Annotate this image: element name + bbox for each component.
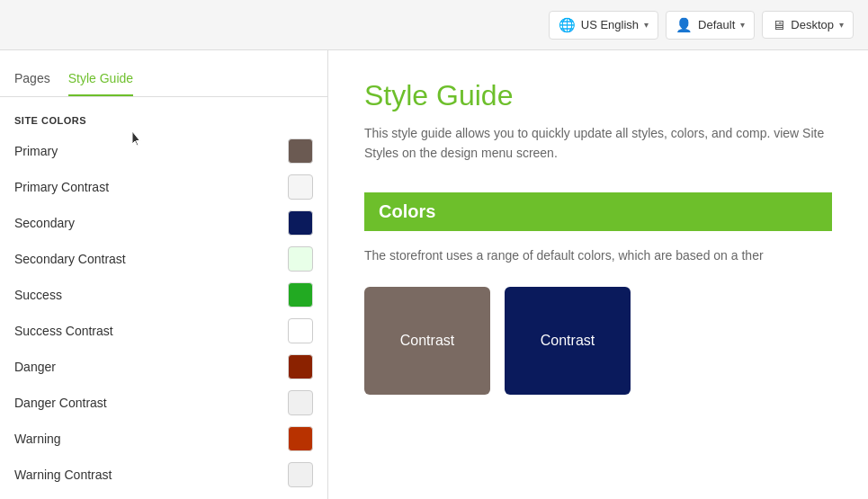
sidebar-content: SITE COLORS PrimaryPrimary ContrastSecon… xyxy=(0,97,327,499)
color-label: Danger Contrast xyxy=(14,396,107,410)
tab-pages[interactable]: Pages xyxy=(14,71,50,96)
color-row[interactable]: Primary Contrast xyxy=(0,169,327,205)
color-rows: PrimaryPrimary ContrastSecondarySecondar… xyxy=(0,133,327,493)
color-label: Primary Contrast xyxy=(14,180,109,194)
device-label: Desktop xyxy=(791,18,834,31)
sidebar-tabs: Pages Style Guide xyxy=(0,50,327,97)
sidebar: Pages Style Guide SITE COLORS PrimaryPri… xyxy=(0,50,328,499)
color-swatch[interactable] xyxy=(288,138,313,164)
colors-section-desc: The storefront uses a range of default c… xyxy=(364,245,832,265)
language-selector[interactable]: 🌐 US English ▾ xyxy=(549,11,658,40)
language-chevron: ▾ xyxy=(644,20,649,30)
color-swatch[interactable] xyxy=(288,318,313,343)
content-inner: Style Guide This style guide allows you … xyxy=(328,50,868,423)
color-row[interactable]: Success xyxy=(0,277,327,313)
tab-style-guide[interactable]: Style Guide xyxy=(68,71,133,96)
main-layout: Pages Style Guide SITE COLORS PrimaryPri… xyxy=(0,50,868,499)
color-swatch[interactable] xyxy=(288,174,313,200)
color-label: Danger xyxy=(14,360,56,374)
color-swatch[interactable] xyxy=(288,282,313,307)
color-label: Secondary xyxy=(14,216,75,230)
language-label: US English xyxy=(581,18,639,31)
site-colors-heading: SITE COLORS xyxy=(0,111,327,133)
color-swatch[interactable] xyxy=(288,210,313,236)
color-swatch[interactable] xyxy=(288,354,313,379)
page-description: This style guide allows you to quickly u… xyxy=(364,123,832,164)
color-row[interactable]: Secondary Contrast xyxy=(0,241,327,277)
user-label: Default xyxy=(698,18,735,31)
user-chevron: ▾ xyxy=(740,20,745,30)
colors-section-header: Colors xyxy=(364,192,832,231)
color-swatch[interactable] xyxy=(288,462,313,487)
color-label: Warning Contrast xyxy=(14,468,112,482)
color-label: Success Contrast xyxy=(14,324,113,338)
color-label: Success xyxy=(14,288,62,302)
color-card: Contrast xyxy=(505,287,631,395)
topbar: 🌐 US English ▾ 👤 Default ▾ 🖥 Desktop ▾ xyxy=(0,0,868,50)
color-swatch[interactable] xyxy=(288,246,313,272)
desktop-icon: 🖥 xyxy=(772,17,785,32)
color-row[interactable]: Danger Contrast xyxy=(0,385,327,421)
color-card: Contrast xyxy=(364,287,490,395)
page-title: Style Guide xyxy=(364,79,832,112)
color-row[interactable]: Warning Contrast xyxy=(0,457,327,493)
user-icon: 👤 xyxy=(676,17,693,33)
color-swatches-row: ContrastContrast xyxy=(364,287,832,395)
color-label: Secondary Contrast xyxy=(14,252,126,266)
color-row[interactable]: Danger xyxy=(0,349,327,385)
user-selector[interactable]: 👤 Default ▾ xyxy=(666,11,755,40)
color-label: Primary xyxy=(14,144,58,158)
globe-icon: 🌐 xyxy=(559,17,576,33)
device-selector[interactable]: 🖥 Desktop ▾ xyxy=(762,11,854,39)
color-swatch[interactable] xyxy=(288,390,313,415)
main-content: Style Guide This style guide allows you … xyxy=(328,50,868,499)
color-label: Warning xyxy=(14,432,61,446)
color-row[interactable]: Secondary xyxy=(0,205,327,241)
color-row[interactable]: Warning xyxy=(0,421,327,457)
device-chevron: ▾ xyxy=(839,20,844,30)
color-row[interactable]: Primary xyxy=(0,133,327,169)
color-row[interactable]: Success Contrast xyxy=(0,313,327,349)
color-swatch[interactable] xyxy=(288,426,313,451)
